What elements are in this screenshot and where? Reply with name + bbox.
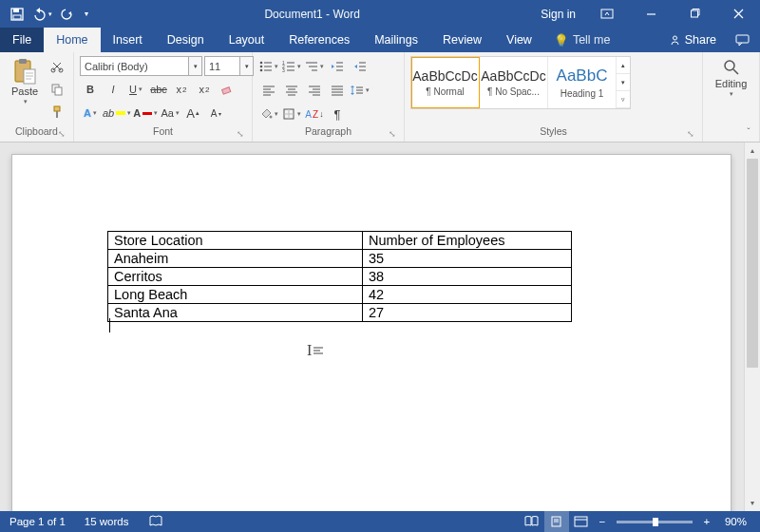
tab-review[interactable]: Review	[430, 28, 494, 52]
styles-gallery[interactable]: AaBbCcDc¶ Normal AaBbCcDc¶ No Spac... Aa…	[410, 56, 631, 109]
styles-scroll-up[interactable]: ▴	[617, 57, 630, 74]
tab-design[interactable]: Design	[155, 28, 217, 52]
show-marks-button[interactable]: ¶	[327, 104, 348, 124]
scroll-down-button[interactable]: ▾	[745, 495, 760, 511]
zoom-slider-thumb[interactable]	[653, 518, 658, 526]
zoom-slider[interactable]	[617, 521, 693, 523]
align-left-button[interactable]	[258, 80, 279, 101]
undo-button[interactable]: ▾	[30, 3, 53, 26]
clear-formatting-button[interactable]	[217, 79, 238, 100]
print-layout-button[interactable]	[544, 511, 569, 532]
tab-home[interactable]: Home	[44, 28, 100, 52]
qat-customize-button[interactable]: ▾	[80, 3, 93, 26]
sign-in-button[interactable]: Sign in	[531, 8, 585, 21]
word-count-status[interactable]: 15 words	[75, 516, 139, 527]
tab-layout[interactable]: Layout	[217, 28, 277, 52]
tab-references[interactable]: References	[276, 28, 362, 52]
line-spacing-button[interactable]: ▾	[350, 80, 370, 101]
increase-indent-button[interactable]	[350, 56, 370, 77]
tab-view[interactable]: View	[494, 28, 544, 52]
zoom-out-button[interactable]: −	[594, 511, 611, 532]
italic-button[interactable]: I	[103, 79, 124, 100]
svg-rect-10	[19, 59, 27, 64]
borders-button[interactable]: ▾	[281, 104, 302, 124]
font-name-input[interactable]: Calibri (Body)	[80, 56, 189, 76]
eraser-icon	[220, 83, 234, 96]
web-layout-button[interactable]	[569, 511, 594, 532]
style-no-spacing[interactable]: AaBbCcDc¶ No Spac...	[480, 57, 548, 108]
document-table[interactable]: Store Location Number of Employees Anahe…	[107, 231, 572, 322]
page-number-status[interactable]: Page 1 of 1	[0, 516, 75, 527]
format-painter-button[interactable]	[47, 102, 67, 123]
numbering-button[interactable]: 123▾	[281, 56, 302, 77]
borders-icon	[282, 107, 295, 121]
font-size-input[interactable]: 11	[204, 56, 240, 76]
group-paragraph: ▾ 123▾ ▾ ▾ ▾ ▾ AZ↓ ¶ Paragraph⤡	[253, 52, 405, 142]
superscript-button[interactable]: x2	[194, 79, 215, 100]
sort-button[interactable]: AZ↓	[304, 104, 325, 124]
tab-insert[interactable]: Insert	[101, 28, 155, 52]
read-mode-button[interactable]	[520, 511, 544, 532]
cut-button[interactable]	[47, 56, 67, 77]
tab-mailings[interactable]: Mailings	[362, 28, 430, 52]
zoom-in-button[interactable]: +	[698, 511, 715, 532]
shrink-font-button[interactable]: A▾	[205, 103, 226, 124]
svg-rect-16	[54, 106, 60, 111]
change-case-button[interactable]: Aa▾	[160, 103, 180, 124]
clipboard-launcher[interactable]: ⤡	[56, 129, 67, 141]
styles-launcher[interactable]: ⤡	[685, 129, 696, 141]
align-center-button[interactable]	[281, 80, 302, 101]
table-header-cell[interactable]: Store Location	[108, 232, 363, 250]
subscript-button[interactable]: x2	[171, 79, 192, 100]
table-row: Long Beach42	[108, 286, 572, 304]
document-page[interactable]: Store Location Number of Employees Anahe…	[11, 154, 732, 511]
align-left-icon	[262, 85, 276, 96]
vertical-scrollbar[interactable]: ▴ ▾	[744, 142, 760, 511]
scroll-up-button[interactable]: ▴	[745, 142, 760, 159]
justify-button[interactable]	[327, 80, 348, 101]
style-normal[interactable]: AaBbCcDc¶ Normal	[411, 57, 480, 108]
styles-scroll-down[interactable]: ▾	[617, 74, 630, 91]
styles-expand[interactable]: ▿	[617, 91, 630, 108]
font-launcher[interactable]: ⤡	[235, 129, 246, 141]
bold-button[interactable]: B	[80, 79, 101, 100]
indent-icon	[353, 61, 367, 72]
maximize-button[interactable]	[673, 0, 716, 28]
decrease-indent-button[interactable]	[327, 56, 348, 77]
comments-button[interactable]	[726, 28, 760, 52]
close-button[interactable]	[716, 0, 760, 28]
editing-menu-button[interactable]: Editing ▾	[709, 56, 753, 98]
collapse-ribbon-button[interactable]: ˇ	[741, 124, 756, 140]
text-effects-button[interactable]: A▾	[80, 103, 101, 124]
multilevel-list-button[interactable]: ▾	[304, 56, 325, 77]
minimize-button[interactable]	[629, 0, 673, 28]
bullets-button[interactable]: ▾	[258, 56, 279, 77]
redo-button[interactable]	[55, 3, 78, 26]
scroll-thumb[interactable]	[747, 159, 758, 368]
quick-access-toolbar: ▾ ▾	[0, 3, 93, 26]
font-color-button[interactable]: A▾	[133, 103, 158, 124]
highlight-button[interactable]: ab▾	[103, 103, 131, 124]
status-bar: Page 1 of 1 15 words − + 90%	[0, 511, 760, 532]
paste-button[interactable]: Paste ▾	[6, 56, 44, 105]
font-size-dropdown[interactable]: ▾	[240, 56, 254, 76]
style-heading-1[interactable]: AaBbCHeading 1	[548, 57, 617, 108]
align-right-button[interactable]	[304, 80, 325, 101]
paragraph-launcher[interactable]: ⤡	[387, 129, 398, 141]
copy-button[interactable]	[47, 79, 67, 100]
proofing-status[interactable]	[139, 515, 173, 528]
justify-icon	[331, 85, 344, 96]
ribbon-display-options-button[interactable]	[585, 0, 629, 28]
strikethrough-button[interactable]: abc	[148, 79, 169, 100]
font-name-dropdown[interactable]: ▾	[189, 56, 202, 76]
tell-me-search[interactable]: 💡Tell me	[544, 28, 620, 52]
grow-font-button[interactable]: A▴	[182, 103, 203, 124]
save-button[interactable]	[6, 3, 28, 26]
table-header-cell[interactable]: Number of Employees	[363, 232, 572, 250]
underline-button[interactable]: U▾	[125, 79, 146, 100]
shading-button[interactable]: ▾	[258, 104, 279, 124]
share-button[interactable]: Share	[659, 28, 726, 52]
zoom-level[interactable]: 90%	[715, 516, 760, 527]
tab-file[interactable]: File	[0, 28, 44, 52]
title-bar: ▾ ▾ Document1 - Word Sign in	[0, 0, 760, 28]
